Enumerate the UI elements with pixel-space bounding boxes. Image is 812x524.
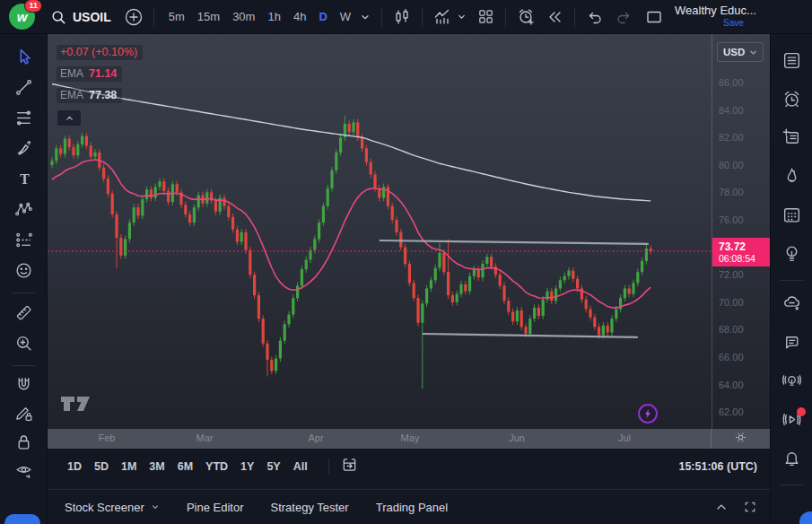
trend-line-tool-button[interactable]: [6, 74, 40, 104]
indicators-button[interactable]: [431, 4, 454, 31]
undo-button[interactable]: [583, 4, 607, 31]
notifications-button[interactable]: [774, 441, 808, 479]
measure-tool-button[interactable]: [6, 299, 40, 329]
tab-label: Stock Screener: [65, 501, 144, 514]
price-axis[interactable]: USD 86.00 84.00 82.00 80.00 78.00 76.00 …: [712, 34, 770, 429]
lock-all-button[interactable]: [6, 429, 40, 458]
gear-icon: [734, 431, 747, 448]
chevron-up-icon: [714, 500, 729, 514]
ruler-icon: [14, 303, 33, 326]
go-to-date-button[interactable]: [341, 456, 358, 476]
tab-strategy-tester[interactable]: Strategy Tester: [270, 501, 348, 514]
chart-canvas[interactable]: [48, 34, 712, 429]
notes-button[interactable]: [774, 120, 808, 159]
hide-drawings-button[interactable]: [6, 458, 40, 486]
chevron-down-icon: [749, 48, 757, 57]
cursor-icon: [14, 48, 33, 70]
text-tool-button[interactable]: T: [6, 165, 40, 196]
panel-maximize-button[interactable]: [743, 500, 757, 514]
range-1Y[interactable]: 1Y: [240, 460, 254, 473]
indicators-menu-button[interactable]: [454, 4, 468, 31]
legend-collapse-button[interactable]: [57, 109, 82, 127]
hotlists-button[interactable]: [774, 159, 808, 197]
watchlist-button[interactable]: [774, 43, 808, 82]
candles-icon: [392, 7, 412, 27]
currency-selector[interactable]: USD: [717, 42, 764, 62]
lock-icon: [14, 432, 33, 455]
zoom-in-tool-button[interactable]: [6, 329, 40, 360]
range-All[interactable]: All: [293, 460, 308, 473]
tab-trading-panel[interactable]: Trading Panel: [376, 501, 448, 514]
timeframe-4h[interactable]: 4h: [287, 4, 312, 30]
timeframe-1h[interactable]: 1h: [261, 4, 286, 30]
save-button[interactable]: Save: [723, 18, 744, 29]
time-axis[interactable]: Feb Mar Apr May Jun Jul: [48, 429, 770, 449]
calendar-button[interactable]: [774, 197, 808, 236]
svg-text:T: T: [20, 170, 30, 186]
hidden-panel-pill-right[interactable]: [799, 511, 812, 524]
ema-fast-row[interactable]: EMA 71.14: [57, 66, 122, 82]
add-symbol-button[interactable]: [122, 4, 145, 31]
alerts-button[interactable]: [774, 82, 808, 120]
replay-icon: [545, 7, 564, 27]
drawing-lock-button[interactable]: [6, 400, 40, 429]
app-logo[interactable]: w 11: [9, 4, 36, 31]
brush-tool-button[interactable]: [6, 135, 40, 165]
timeframe-30m[interactable]: 30m: [226, 4, 261, 30]
symbol-change-row[interactable]: +0.07 (+0.10%): [57, 45, 143, 60]
timeframe-15m[interactable]: 15m: [191, 4, 226, 30]
range-6M[interactable]: 6M: [178, 460, 193, 473]
price-tick: 86.00: [719, 76, 744, 89]
session-clock[interactable]: 15:51:06 (UTC): [678, 460, 757, 473]
pattern-tool-button[interactable]: [6, 196, 40, 226]
live-streams-button[interactable]: [774, 402, 808, 441]
xabcd-pattern-icon: [14, 200, 33, 223]
snapshot-button[interactable]: [642, 4, 666, 31]
tradingview-watermark: [60, 395, 92, 417]
symbol-search-button[interactable]: USOIL: [50, 4, 111, 31]
timeframe-menu-button[interactable]: [357, 4, 373, 31]
indicators-icon: [432, 7, 452, 27]
range-3M[interactable]: 3M: [149, 460, 164, 473]
last-price: 73.72: [719, 240, 746, 253]
replay-button[interactable]: [543, 4, 566, 31]
tab-stock-screener[interactable]: Stock Screener: [65, 501, 160, 514]
bottom-panel-bar: Stock Screener Pine Editor Strategy Test…: [48, 489, 770, 524]
chart-settings-button[interactable]: [711, 429, 770, 449]
text-icon: T: [14, 170, 33, 192]
quick-action-badge[interactable]: [638, 404, 658, 424]
chart-style-button[interactable]: [390, 4, 414, 31]
timeframe-W[interactable]: W: [334, 4, 357, 30]
timeframe-5m[interactable]: 5m: [162, 4, 191, 30]
create-alert-button[interactable]: [514, 4, 537, 31]
redo-button[interactable]: [612, 4, 635, 31]
alert-plus-icon: [516, 7, 536, 27]
range-5D[interactable]: 5D: [94, 460, 109, 473]
streams-button[interactable]: [774, 363, 808, 402]
range-5Y[interactable]: 5Y: [266, 460, 280, 473]
public-chat-button[interactable]: [774, 286, 808, 325]
divider: [12, 365, 35, 366]
range-1D[interactable]: 1D: [67, 460, 82, 473]
timeframe-D[interactable]: D: [312, 4, 333, 30]
panel-expand-button[interactable]: [714, 500, 729, 514]
account-menu[interactable]: Wealthy Educ... Save: [675, 4, 756, 28]
emoji-tool-button[interactable]: [6, 257, 40, 287]
ideas-button[interactable]: [774, 236, 808, 275]
trend-line-icon: [14, 78, 33, 100]
hidden-panel-pill[interactable]: [4, 514, 40, 524]
ema-slow-row[interactable]: EMA 77.38: [57, 88, 122, 103]
range-YTD[interactable]: YTD: [205, 460, 228, 473]
chevron-down-icon: [457, 12, 467, 22]
range-1M[interactable]: 1M: [121, 460, 136, 473]
magnet-mode-button[interactable]: [6, 371, 40, 400]
private-chat-button[interactable]: [774, 325, 808, 363]
cursor-tool-button[interactable]: [6, 43, 40, 74]
calendar-goto-icon: [341, 456, 358, 476]
fib-tool-button[interactable]: [6, 104, 40, 135]
forecast-tool-button[interactable]: [6, 226, 40, 257]
layout-button[interactable]: [474, 4, 497, 31]
price-tick: 72.00: [719, 268, 744, 281]
bar-countdown: 06:08:54: [719, 253, 755, 264]
tab-pine-editor[interactable]: Pine Editor: [187, 501, 244, 514]
